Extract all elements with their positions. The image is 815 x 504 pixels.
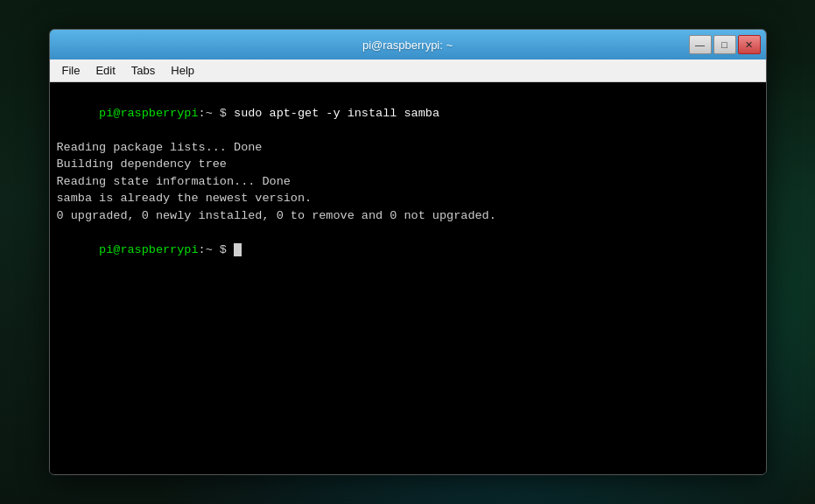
terminal-line-6: 0 upgraded, 0 newly installed, 0 to remo… — [57, 207, 759, 225]
prompt-2: pi@raspberrypi — [99, 243, 198, 256]
terminal-line-3: Building dependency tree — [57, 156, 759, 173]
menu-help[interactable]: Help — [164, 62, 201, 79]
terminal-line-2: Reading package lists... Done — [57, 139, 759, 157]
terminal-window: pi@raspberrypi: ~ — □ ✕ File Edit Tabs H… — [49, 29, 767, 475]
menu-bar: File Edit Tabs Help — [50, 60, 766, 82]
terminal-line-7: pi@raspberrypi:~ $ — [57, 225, 759, 276]
maximize-button[interactable]: □ — [713, 35, 736, 54]
menu-tabs[interactable]: Tabs — [124, 62, 162, 79]
window-title: pi@raspberrypi: ~ — [362, 38, 453, 52]
terminal-line-5: samba is already the newest version. — [57, 190, 759, 207]
title-bar: pi@raspberrypi: ~ — □ ✕ — [50, 30, 766, 60]
prompt-1: pi@raspberrypi — [99, 107, 198, 120]
menu-file[interactable]: File — [55, 62, 88, 79]
cursor — [234, 243, 242, 256]
window-controls: — □ ✕ — [689, 30, 761, 60]
menu-edit[interactable]: Edit — [88, 62, 122, 79]
minimize-button[interactable]: — — [689, 35, 712, 54]
terminal-body[interactable]: pi@raspberrypi:~ $ sudo apt-get -y insta… — [50, 82, 766, 474]
close-button[interactable]: ✕ — [738, 35, 761, 54]
terminal-line-1: pi@raspberrypi:~ $ sudo apt-get -y insta… — [57, 88, 759, 139]
terminal-line-4: Reading state information... Done — [57, 173, 759, 191]
